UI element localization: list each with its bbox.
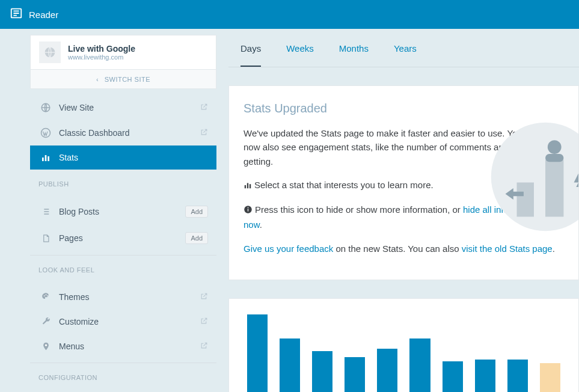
svg-rect-19 (545, 160, 563, 217)
chart-bar[interactable] (280, 338, 300, 392)
svg-point-20 (548, 140, 562, 154)
topbar-title[interactable]: Reader (29, 10, 58, 20)
chart-bar[interactable] (507, 360, 528, 392)
section-look: LOOK AND FEEL (30, 256, 216, 278)
site-avatar-icon (39, 41, 61, 63)
chart-bar[interactable] (345, 357, 365, 392)
tab-days[interactable]: Days (240, 29, 261, 67)
svg-point-3 (41, 129, 51, 138)
stats-illustration (488, 120, 579, 234)
svg-rect-18 (517, 183, 535, 217)
globe-icon (38, 102, 53, 113)
main: DaysWeeksMonthsYears Stats Upgraded We'v… (216, 29, 579, 392)
switch-site-label: SWITCH SITE (105, 76, 150, 83)
switch-site-button[interactable]: ‹ SWITCH SITE (30, 70, 216, 89)
topbar: Reader (0, 0, 579, 29)
sidebar-item-label: Menus (59, 341, 84, 351)
svg-rect-4 (42, 158, 44, 161)
tab-months[interactable]: Months (339, 29, 369, 67)
page-icon (38, 233, 53, 243)
site-url: www.livewithg.com (68, 54, 135, 61)
wrench-icon (38, 316, 53, 326)
svg-point-7 (43, 295, 44, 296)
external-link-icon (200, 103, 208, 112)
tabs: DaysWeeksMonthsYears (228, 29, 579, 67)
external-link-icon (200, 292, 208, 302)
svg-rect-12 (247, 183, 248, 188)
svg-point-10 (44, 345, 46, 346)
add-button[interactable]: Add (185, 206, 208, 218)
chart-bar[interactable] (443, 361, 463, 392)
chart-bar[interactable] (312, 351, 332, 392)
svg-point-16 (248, 207, 249, 209)
chart-bar[interactable] (247, 314, 268, 392)
svg-rect-6 (47, 156, 49, 161)
info-icon (244, 204, 253, 218)
old-stats-link[interactable]: visit the old Stats page (462, 243, 553, 254)
paint-icon (38, 292, 53, 302)
external-link-icon (200, 128, 208, 138)
sidebar-item-customize[interactable]: Customize (30, 309, 216, 334)
add-button[interactable]: Add (185, 232, 208, 244)
bars-icon (38, 153, 53, 162)
site-name: Live with Google (68, 44, 135, 54)
svg-rect-11 (245, 185, 246, 188)
section-publish: PUBLISH (30, 170, 216, 192)
sidebar-item-label: Blog Posts (59, 207, 99, 216)
sidebar-item-view-site[interactable]: View Site (30, 95, 216, 120)
svg-rect-5 (45, 155, 47, 161)
feedback-link[interactable]: Give us your feedback (244, 243, 333, 254)
chart-bar[interactable] (475, 360, 495, 392)
panel-title: Stats Upgraded (244, 102, 564, 115)
chart-bar[interactable] (409, 338, 430, 392)
panel-text: Give us your feedback on the new Stats. … (244, 242, 556, 256)
svg-rect-15 (248, 209, 248, 211)
sidebar-item-pages[interactable]: PagesAdd (30, 225, 216, 251)
sidebar-item-menus[interactable]: Menus (30, 334, 216, 359)
site-card[interactable]: Live with Google www.livewithg.com (30, 35, 216, 70)
chart-bar[interactable] (540, 363, 560, 392)
sidebar-item-classic-dashboard[interactable]: Classic Dashboard (30, 120, 216, 145)
tab-weeks[interactable]: Weeks (286, 29, 314, 67)
svg-point-17 (491, 123, 579, 231)
sidebar-item-label: Customize (59, 317, 99, 326)
bars-icon (244, 179, 252, 193)
sidebar-item-themes[interactable]: Themes (30, 284, 216, 309)
sidebar-item-label: Pages (59, 233, 83, 243)
sidebar-item-blog-posts[interactable]: Blog PostsAdd (30, 198, 216, 225)
sidebar-item-label: Stats (59, 153, 78, 162)
svg-point-9 (47, 295, 48, 296)
sidebar-item-label: View Site (59, 103, 94, 112)
sidebar-item-label: Themes (59, 292, 90, 302)
section-config: CONFIGURATION (30, 363, 216, 386)
svg-point-8 (45, 295, 46, 296)
reader-icon (10, 7, 29, 22)
sidebar: Live with Google www.livewithg.com ‹ SWI… (30, 29, 216, 392)
external-link-icon (200, 341, 208, 351)
sidebar-item-stats[interactable]: Stats (30, 145, 216, 170)
svg-rect-13 (250, 184, 251, 188)
list-icon (38, 207, 53, 216)
stats-chart (228, 298, 579, 392)
chevron-left-icon: ‹ (96, 76, 99, 83)
chart-bar[interactable] (377, 349, 397, 392)
sidebar-item-label: Classic Dashboard (59, 128, 130, 138)
pin-icon (38, 341, 53, 352)
tab-years[interactable]: Years (394, 29, 417, 67)
wordpress-icon (38, 127, 53, 138)
svg-rect-21 (545, 154, 563, 162)
stats-upgraded-panel: Stats Upgraded We've updated the Stats p… (228, 85, 579, 280)
external-link-icon (200, 317, 208, 326)
